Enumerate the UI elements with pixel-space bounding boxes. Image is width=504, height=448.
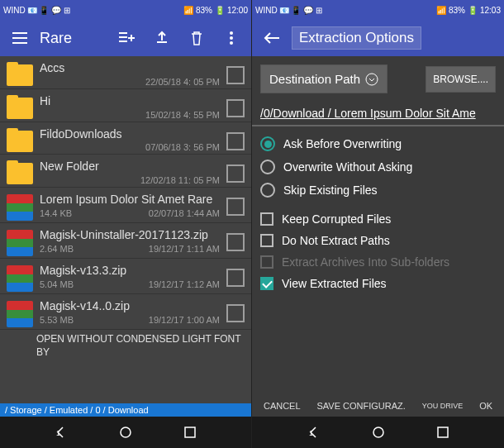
navbar-right: 1: [252, 417, 504, 448]
file-name: Magisk-Uninstaller-20171123.zip: [40, 228, 220, 242]
file-size: 5.04 MB: [40, 279, 74, 289]
check-option[interactable]: Do Not Extract Paths: [260, 234, 496, 247]
carrier-label-r: WIND: [255, 6, 278, 15]
right-pane: WIND 📧 📱 💬 ⊞ 📶 83% 🔋 12:03 Extraction Op…: [252, 0, 504, 448]
checkbox-icon: [260, 277, 273, 290]
status-icons-left: 📧 📱 💬 ⊞: [27, 6, 70, 15]
file-name: New Folder: [40, 160, 220, 174]
delete-button[interactable]: [182, 23, 212, 53]
check-option[interactable]: Keep Corrupted Files: [260, 212, 496, 226]
archive-icon: [7, 265, 33, 292]
file-name: Hi: [40, 94, 220, 108]
checkbox-icon: [260, 234, 273, 247]
file-name: FildoDownloads: [40, 127, 220, 141]
file-row[interactable]: Magisk-v14..0.zip5.53 MB19/12/17 1:00 AM: [0, 294, 251, 330]
svg-text:1: 1: [309, 429, 313, 437]
status-icons-right: 📧 📱 💬 ⊞: [279, 6, 322, 15]
nav-home-icon[interactable]: [118, 425, 133, 440]
file-checkbox[interactable]: [226, 233, 245, 251]
browse-button[interactable]: BROWSE....: [426, 66, 496, 93]
svg-rect-9: [438, 427, 448, 437]
radio-label: Skip Existing Files: [283, 183, 378, 197]
folder-icon: [7, 98, 33, 119]
check-option[interactable]: View Extracted Files: [260, 277, 496, 290]
file-name: Magisk-v14..0.zip: [40, 299, 220, 313]
battery-icon: 🔋: [215, 6, 225, 15]
svg-point-8: [373, 427, 383, 437]
svg-rect-5: [185, 427, 195, 437]
menu-button[interactable]: [5, 23, 35, 53]
cancel-button[interactable]: CANCEL: [264, 401, 301, 412]
left-pane: WIND 📧 📱 💬 ⊞ 📶 83% 🔋 12:00 Rare Accs22/0…: [0, 0, 252, 448]
file-row[interactable]: FildoDownloads07/06/18 3: 56 PM: [0, 122, 251, 155]
file-list[interactable]: Accs22/05/18 4: 05 PMHi15/02/18 4: 55 PM…: [0, 56, 251, 403]
destination-path[interactable]: /0/Download / Lorem Ipsum Dolor Sit Ame: [252, 102, 504, 126]
time-label-r: 12:03: [480, 6, 501, 15]
svg-point-6: [366, 74, 378, 85]
battery-label-r: 83%: [449, 6, 465, 15]
more-button[interactable]: [216, 23, 246, 53]
add-list-button[interactable]: [112, 23, 142, 53]
check-option: Extract Archives Into Sub-folders: [260, 255, 496, 269]
file-row[interactable]: Accs22/05/18 4: 05 PM: [0, 56, 251, 89]
archive-icon: [7, 301, 33, 327]
file-checkbox[interactable]: [226, 164, 245, 183]
upload-button[interactable]: [147, 23, 177, 53]
destination-button[interactable]: Destination Path: [260, 64, 388, 93]
topbar-left: Rare: [0, 20, 251, 56]
app-title: Rare: [40, 30, 72, 47]
file-checkbox[interactable]: [226, 132, 245, 150]
nav-back-icon[interactable]: 1: [54, 425, 69, 440]
page-title: Extraction Options: [292, 26, 421, 50]
file-checkbox[interactable]: [226, 99, 245, 117]
file-date: 07/06/18 3: 56 PM: [145, 142, 220, 152]
file-name: Lorem Ipsum Dolor Sit Amet Rare: [40, 193, 220, 207]
file-row[interactable]: Hi15/02/18 4: 55 PM: [0, 89, 251, 122]
dropdown-icon: [365, 73, 378, 86]
file-name: Accs: [40, 61, 220, 75]
folder-icon: [7, 64, 33, 86]
svg-point-1: [230, 36, 233, 40]
file-row[interactable]: Lorem Ipsum Dolor Sit Amet Rare14.4 KB02…: [0, 188, 251, 223]
file-checkbox[interactable]: [226, 304, 245, 322]
file-row[interactable]: New Folder12/02/18 11: 05 PM: [0, 155, 251, 188]
file-date: 19/12/17 1:11 AM: [149, 244, 220, 254]
radio-label: Overwrite Without Asking: [283, 160, 412, 174]
folder-icon: [7, 131, 33, 152]
svg-point-4: [121, 427, 131, 437]
file-size: 14.4 KB: [40, 208, 72, 218]
radio-option[interactable]: Ask Before Overwriting: [260, 136, 496, 151]
breadcrumb[interactable]: / Storage / Emulated / 0 / Download: [0, 403, 251, 417]
ok-button[interactable]: OK: [479, 401, 492, 412]
file-date: 19/12/17 1:12 AM: [149, 279, 220, 289]
file-date: 15/02/18 4: 55 PM: [145, 110, 220, 120]
file-checkbox[interactable]: [226, 269, 245, 287]
radio-option[interactable]: Overwrite Without Asking: [260, 160, 496, 174]
file-row[interactable]: Magisk-v13.3.zip5.04 MB19/12/17 1:12 AM: [0, 259, 251, 294]
open-without-label: OPEN WITHOUT CONDENSED LIGHT FONT BY: [0, 330, 251, 359]
drive-button[interactable]: YOU DRIVE: [422, 402, 464, 411]
file-checkbox[interactable]: [226, 66, 245, 84]
file-date: 02/07/18 1:44 AM: [149, 208, 220, 218]
radio-icon: [260, 160, 275, 174]
nav-home-icon-r[interactable]: [371, 425, 386, 440]
file-date: 22/05/18 4: 05 PM: [145, 77, 220, 87]
file-size: 2.64 MB: [40, 244, 74, 254]
navbar-left: 1: [0, 417, 251, 448]
nav-recent-icon-r[interactable]: [435, 425, 450, 440]
radio-label: Ask Before Overwriting: [283, 137, 402, 150]
check-label: Do Not Extract Paths: [282, 234, 390, 247]
extraction-options: Destination Path BROWSE.... /0/Download …: [252, 56, 504, 396]
nav-recent-icon[interactable]: [183, 425, 197, 440]
nav-back-icon-r[interactable]: 1: [307, 425, 321, 440]
back-button[interactable]: [257, 23, 287, 53]
file-checkbox[interactable]: [226, 198, 245, 216]
radio-option[interactable]: Skip Existing Files: [260, 183, 496, 198]
folder-icon: [7, 163, 33, 184]
check-label: View Extracted Files: [282, 277, 387, 290]
save-button[interactable]: SAVE CONFIGURAZ.: [316, 401, 405, 412]
check-label: Keep Corrupted Files: [282, 212, 391, 226]
check-label: Extract Archives Into Sub-folders: [282, 255, 449, 269]
archive-icon: [7, 230, 33, 256]
file-row[interactable]: Magisk-Uninstaller-20171123.zip2.64 MB19…: [0, 223, 251, 259]
